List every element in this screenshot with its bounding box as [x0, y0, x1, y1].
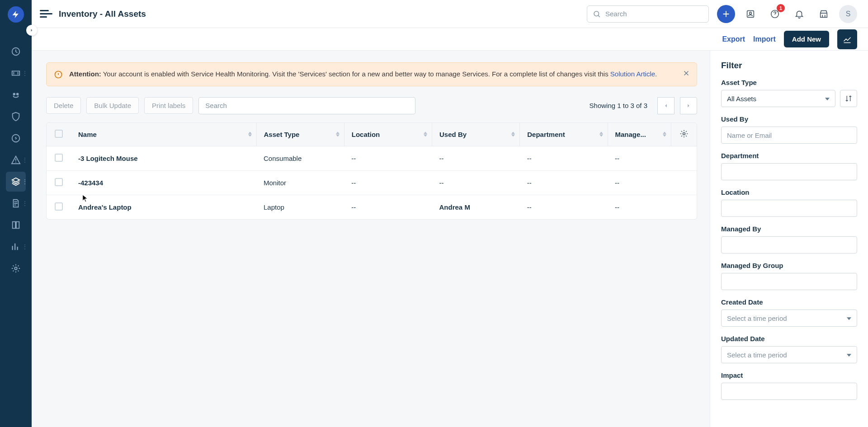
- content-main: Attention: Your account is enabled with …: [32, 51, 710, 427]
- user-avatar[interactable]: S: [839, 5, 857, 23]
- table-search: [198, 97, 415, 114]
- bulk-update-button[interactable]: Bulk Update: [86, 97, 139, 114]
- col-used-by[interactable]: Used By: [432, 123, 520, 146]
- svg-point-1: [16, 93, 19, 95]
- filter-sort-button[interactable]: [840, 90, 857, 107]
- filter-managed-by-group-input[interactable]: [721, 273, 857, 290]
- col-name[interactable]: Name: [71, 123, 256, 146]
- sidebar-item-problems[interactable]: [6, 85, 26, 105]
- notification-badge: 1: [777, 4, 785, 12]
- filter-location-label: Location: [721, 188, 857, 196]
- filter-impact-input[interactable]: [721, 383, 857, 400]
- marketplace-icon[interactable]: [815, 5, 833, 23]
- filter-asset-type-select[interactable]: All Assets: [721, 90, 835, 107]
- filter-created-date-select[interactable]: Select a time period: [721, 310, 857, 327]
- cell-type: Laptop: [256, 195, 344, 219]
- sidebar-item-settings[interactable]: [6, 258, 26, 278]
- col-asset-type[interactable]: Asset Type: [256, 123, 344, 146]
- action-bar: Export Import Add New: [32, 28, 868, 51]
- discover-button[interactable]: [837, 29, 857, 49]
- sidebar-item-documents[interactable]: ⋮: [6, 193, 26, 213]
- sidebar-item-dashboard[interactable]: [6, 42, 26, 61]
- cell-type: Monitor: [256, 170, 344, 195]
- search-icon: [593, 10, 601, 18]
- alert-link[interactable]: Solution Article: [610, 70, 655, 78]
- row-checkbox[interactable]: [55, 178, 63, 186]
- close-icon[interactable]: [682, 69, 690, 77]
- gear-icon: [679, 129, 689, 138]
- table-row[interactable]: Andrea's Laptop Laptop -- Andrea M -- --: [47, 195, 697, 219]
- sidebar-item-alerts[interactable]: ⋮: [6, 150, 26, 170]
- filter-asset-type-label: Asset Type: [721, 79, 857, 86]
- select-all-checkbox[interactable]: [55, 130, 63, 138]
- filter-location-input[interactable]: [721, 200, 857, 217]
- cell-used-by: --: [432, 146, 520, 170]
- filter-used-by-label: Used By: [721, 115, 857, 123]
- svg-point-3: [14, 267, 17, 270]
- col-managed-by[interactable]: Manage...: [608, 123, 671, 146]
- cell-dept: --: [520, 170, 608, 195]
- row-checkbox[interactable]: [55, 154, 63, 162]
- filter-updated-date-select[interactable]: Select a time period: [721, 346, 857, 363]
- warning-icon: [54, 70, 63, 79]
- sidebar-item-automations[interactable]: [6, 128, 26, 148]
- filter-updated-date-label: Updated Date: [721, 335, 857, 343]
- cursor-icon: [82, 194, 89, 202]
- cell-name: Andrea's Laptop: [71, 195, 256, 219]
- sort-icon: [844, 94, 853, 103]
- filter-panel: Filter Asset Type All Assets Used By Dep…: [710, 51, 868, 427]
- page-next-button[interactable]: [680, 97, 697, 114]
- print-labels-button[interactable]: Print labels: [144, 97, 193, 114]
- sidebar-item-knowledge[interactable]: [6, 215, 26, 235]
- sidebar-item-tickets[interactable]: ⋮: [6, 63, 26, 83]
- add-button[interactable]: [717, 5, 735, 23]
- filter-department-input[interactable]: [721, 163, 857, 180]
- cell-dept: --: [520, 146, 608, 170]
- pagination-text: Showing 1 to 3 of 3: [590, 102, 647, 109]
- cell-type: Consumable: [256, 146, 344, 170]
- col-location[interactable]: Location: [344, 123, 432, 146]
- svg-point-4: [594, 11, 599, 16]
- help-icon[interactable]: 1: [766, 5, 784, 23]
- app-logo[interactable]: [8, 6, 24, 23]
- sidebar-item-reports[interactable]: ⋮: [6, 237, 26, 257]
- page-prev-button[interactable]: [657, 97, 675, 114]
- cell-name: -3 Logitech Mouse: [71, 146, 256, 170]
- sidebar-item-shield[interactable]: [6, 107, 26, 127]
- export-link[interactable]: Export: [722, 35, 745, 43]
- col-department[interactable]: Department: [520, 123, 608, 146]
- svg-point-0: [13, 93, 15, 95]
- cell-location: --: [344, 170, 432, 195]
- attention-banner: Attention: Your account is enabled with …: [46, 62, 697, 86]
- global-search[interactable]: [587, 5, 709, 23]
- contacts-icon[interactable]: [741, 5, 760, 23]
- cell-name: -423434: [71, 170, 256, 195]
- notifications-icon[interactable]: [790, 5, 808, 23]
- table-row[interactable]: -3 Logitech Mouse Consumable -- -- -- --: [47, 146, 697, 170]
- more-dots-icon: ⋮: [22, 70, 28, 76]
- filter-managed-by-input[interactable]: [721, 236, 857, 253]
- cell-location: --: [344, 146, 432, 170]
- alert-prefix: Attention:: [69, 70, 101, 78]
- table-row[interactable]: -423434 Monitor -- -- -- --: [47, 170, 697, 195]
- import-link[interactable]: Import: [753, 35, 776, 43]
- cell-used-by: --: [432, 170, 520, 195]
- svg-point-6: [750, 12, 752, 14]
- left-sidebar: ⋮ ⋮ ⋮ ⋮ ⋮: [0, 0, 32, 427]
- cell-managed: --: [608, 146, 671, 170]
- filter-managed-by-group-label: Managed By Group: [721, 262, 857, 269]
- page-title: Inventory - All Assets: [59, 9, 146, 19]
- filter-used-by-input[interactable]: [721, 127, 857, 144]
- global-search-input[interactable]: [605, 10, 703, 18]
- add-new-button[interactable]: Add New: [784, 31, 829, 47]
- delete-button[interactable]: Delete: [46, 97, 81, 114]
- sidebar-expand-toggle[interactable]: [26, 25, 37, 36]
- cell-managed: --: [608, 170, 671, 195]
- row-checkbox[interactable]: [55, 202, 63, 211]
- sidebar-item-inventory[interactable]: ⋮: [6, 172, 26, 192]
- table-settings-button[interactable]: [671, 123, 697, 146]
- svg-point-9: [683, 132, 685, 135]
- cell-location: --: [344, 195, 432, 219]
- menu-toggle-icon[interactable]: [40, 8, 52, 20]
- table-search-input[interactable]: [198, 97, 415, 114]
